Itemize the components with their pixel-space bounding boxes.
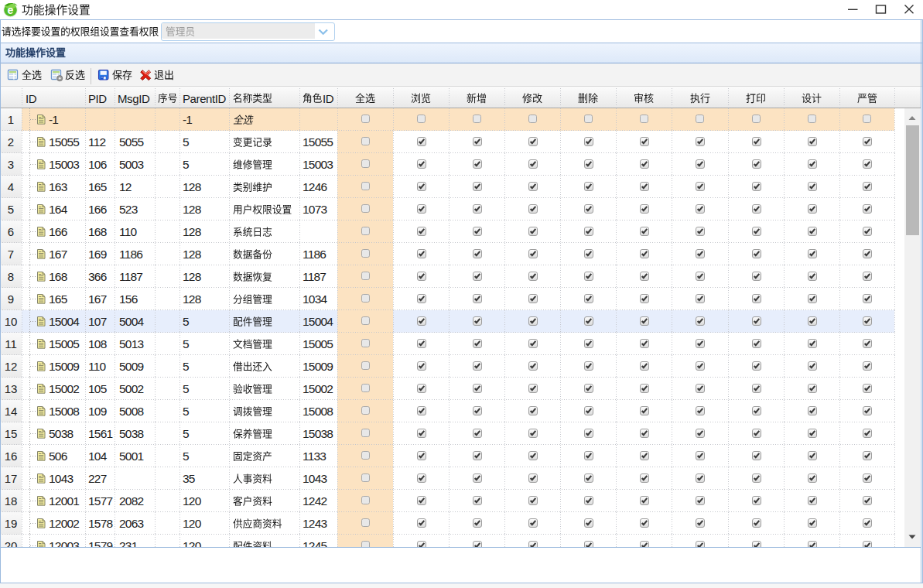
svg-text:e: e xyxy=(8,4,14,16)
